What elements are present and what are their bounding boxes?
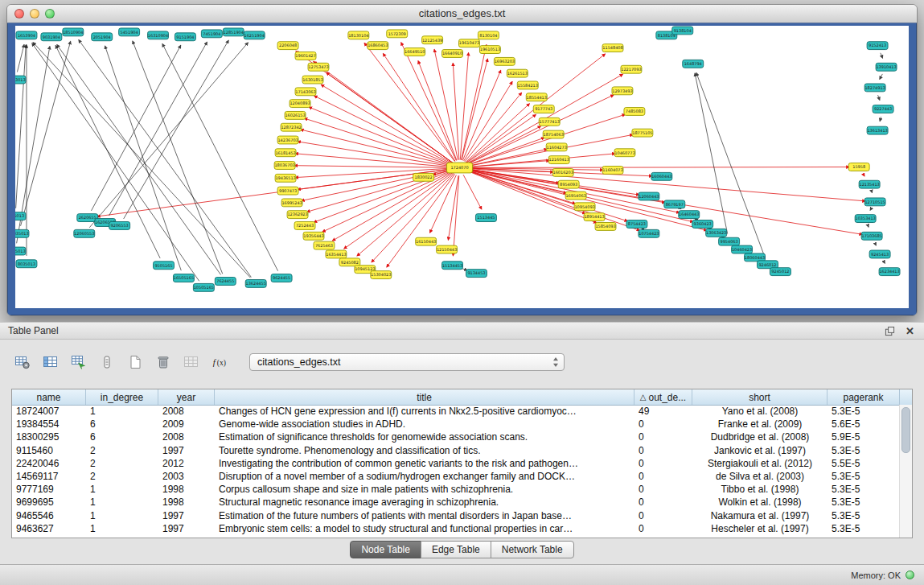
graph-edge[interactable]	[881, 53, 883, 59]
graph-node[interactable]: 9177743	[533, 105, 554, 113]
graph-edge[interactable]	[294, 166, 451, 168]
graph-node[interactable]: 16640910	[442, 50, 463, 58]
graph-node[interactable]: 7485083	[624, 108, 645, 116]
graph-node[interactable]: 16460443	[679, 211, 700, 219]
graph-node[interactable]: 9245012	[770, 268, 791, 276]
graph-node[interactable]: 16505165	[173, 274, 194, 282]
graph-edge[interactable]	[133, 41, 223, 274]
graph-node[interactable]: 16963203	[494, 57, 515, 65]
graph-node[interactable]: 19610513	[479, 46, 500, 54]
graph-node[interactable]: 9246012	[758, 261, 778, 269]
graph-node[interactable]: 12150443	[437, 245, 458, 253]
graph-edge[interactable]	[462, 59, 487, 160]
graph-node[interactable]: 13063423	[706, 229, 727, 237]
graph-node[interactable]: 10954093	[574, 203, 595, 211]
graph-node[interactable]: 1513445	[475, 214, 496, 222]
graph-node[interactable]: 13624455	[245, 280, 266, 288]
graph-node[interactable]: 9031904	[41, 33, 62, 41]
column-header-title[interactable]: title	[215, 389, 634, 405]
graph-edge[interactable]	[453, 175, 458, 256]
graph-node[interactable]: 9134453	[466, 270, 487, 278]
graph-node[interactable]: 12125439	[422, 36, 443, 44]
graph-node[interactable]: 9245082	[339, 258, 360, 266]
graph-node[interactable]: 9035013	[15, 212, 26, 220]
graph-node[interactable]: 11604273	[546, 143, 567, 151]
graph-node[interactable]: 16060443	[651, 172, 672, 180]
graph-node[interactable]: 16035013	[15, 229, 29, 237]
create-column-icon[interactable]	[68, 352, 90, 373]
graph-edge[interactable]	[870, 208, 871, 210]
graph-hub-node[interactable]: 1724070	[447, 163, 473, 173]
graph-edge[interactable]	[383, 54, 455, 162]
graph-node[interactable]: 13613413	[867, 126, 888, 134]
scrollbar-thumb[interactable]	[901, 407, 910, 453]
new-file-icon[interactable]	[124, 352, 146, 373]
graph-node[interactable]: 9227443	[873, 105, 893, 113]
graph-node[interactable]: 12135413	[859, 180, 880, 188]
graph-node[interactable]: 12973493	[612, 87, 633, 95]
graph-node[interactable]: 12040893	[290, 100, 310, 108]
graph-node[interactable]: 12851904	[223, 28, 244, 36]
graph-edge[interactable]	[875, 243, 876, 245]
graph-node[interactable]: 1653904	[16, 31, 37, 39]
float-panel-icon[interactable]	[884, 325, 896, 337]
graph-node[interactable]: 19601427	[295, 52, 316, 60]
graph-node[interactable]: 16026153	[285, 111, 306, 119]
network-window-titlebar[interactable]: citations_edges.txt	[7, 5, 917, 23]
table-row[interactable]: 2242004622012Investigating the contribut…	[12, 457, 900, 470]
table-selector-dropdown[interactable]: citations_edges.txt	[249, 353, 565, 371]
graph-node[interactable]: 16016203	[552, 168, 573, 176]
graph-node[interactable]: 19436513	[275, 174, 296, 182]
graph-node[interactable]: 18554413	[526, 93, 547, 101]
graph-node[interactable]: 16354413	[326, 250, 347, 258]
table-row[interactable]: 1872400712008Changes of HCN gene express…	[12, 405, 900, 418]
graph-node[interactable]: 8679197	[664, 200, 685, 208]
close-panel-icon[interactable]: ✕	[904, 325, 916, 337]
tab-edge-table[interactable]: Edge Table	[421, 541, 491, 558]
graph-node[interactable]: 8130104	[478, 31, 499, 39]
graph-edge[interactable]	[17, 44, 24, 72]
graph-node[interactable]: 12362923	[287, 211, 308, 219]
graph-node[interactable]: 14236703	[277, 136, 298, 144]
graph-node[interactable]: 7451904	[201, 30, 222, 38]
graph-edge[interactable]	[464, 81, 512, 161]
graph-edge[interactable]	[466, 114, 536, 163]
graph-edge[interactable]	[418, 61, 457, 161]
graph-edge[interactable]	[880, 74, 883, 80]
graph-edge[interactable]	[434, 49, 458, 160]
graph-node[interactable]: 16251904	[244, 31, 265, 39]
graph-edge[interactable]	[105, 46, 182, 270]
column-header-year[interactable]: year	[158, 389, 215, 405]
column-header-pagerank[interactable]: pagerank	[827, 389, 900, 405]
graph-node[interactable]: 15584213	[517, 81, 538, 89]
graph-node[interactable]: 10460423	[732, 245, 753, 253]
graph-edge[interactable]	[32, 43, 199, 282]
graph-edge[interactable]	[880, 117, 881, 122]
graph-node[interactable]: 12753473	[308, 63, 329, 71]
graph-node[interactable]: 16860453	[368, 42, 388, 50]
table-row[interactable]: 1456911722003Disruption of a novel membe…	[12, 470, 900, 483]
graph-node[interactable]: 9245413	[869, 250, 890, 258]
graph-node[interactable]: 18060443	[745, 253, 766, 262]
table-row[interactable]: 946362711997Embryonic stem cells: a mode…	[12, 522, 900, 535]
graph-node[interactable]: 10460773	[614, 149, 635, 157]
graph-edge[interactable]	[321, 84, 453, 163]
graph-node[interactable]: 10353413	[855, 215, 876, 223]
graph-node[interactable]: 18130104	[348, 31, 369, 39]
column-header-name[interactable]: name	[12, 389, 86, 405]
tab-network-table[interactable]: Network Table	[491, 541, 574, 558]
graph-node[interactable]: 19356443	[303, 232, 324, 240]
table-row[interactable]: 1938455462009Genome-wide association stu…	[12, 418, 900, 431]
graph-edge[interactable]	[16, 45, 27, 208]
graph-node[interactable]: 19610473	[459, 39, 480, 47]
graph-node[interactable]: 15854093	[595, 223, 616, 231]
graph-node[interactable]: 16261513	[507, 69, 528, 77]
graph-node[interactable]: 17143063	[295, 88, 316, 96]
graph-node[interactable]: 9624455	[271, 274, 292, 282]
graph-node[interactable]: 9360423	[692, 220, 713, 229]
graph-node[interactable]: 2206048	[277, 42, 298, 50]
graph-node[interactable]: 11548408	[602, 44, 623, 52]
table-mode-icon[interactable]	[96, 352, 118, 373]
graph-node[interactable]: 12217093	[621, 65, 642, 73]
graph-edge[interactable]	[467, 167, 849, 168]
